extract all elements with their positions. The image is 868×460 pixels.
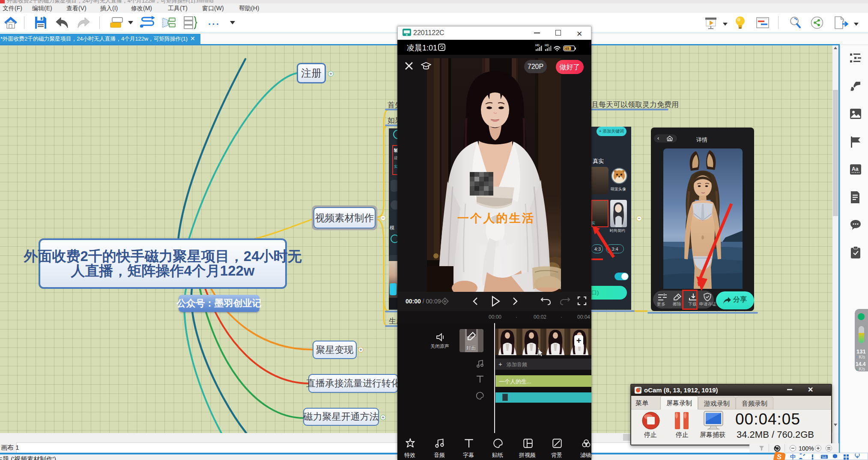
svg-text:65: 65: [565, 47, 569, 50]
svg-text:中: 中: [790, 454, 796, 460]
svg-text:一个人的生活: 一个人的生活: [457, 212, 535, 225]
svg-text:HD: HD: [535, 44, 540, 47]
svg-text:HD: HD: [545, 44, 549, 47]
svg-text:Aa: Aa: [852, 166, 859, 172]
